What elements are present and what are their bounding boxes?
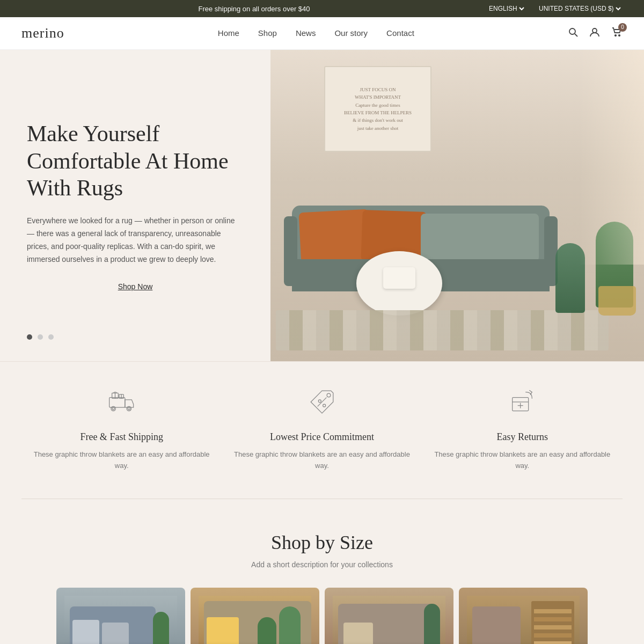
hero-description: Everywhere we looked for a rug — whether…	[27, 215, 244, 266]
shop-now-button[interactable]: Shop Now	[27, 282, 244, 291]
svg-point-7	[112, 407, 114, 409]
feature-returns: Easy Returns These graphic throw blanket…	[432, 389, 612, 472]
svg-point-2	[592, 28, 597, 33]
main-nav: Home Shop News Our story Contact	[218, 28, 414, 38]
medium-rugs-overlay: Medium Rugs 5'x7' to 6'x8'	[191, 641, 319, 644]
top-bar: Free shipping on all orders over $40 ENG…	[0, 0, 644, 17]
hero-text: Make Yourself Comfortable At Home With R…	[0, 50, 270, 361]
header-actions: 0	[568, 26, 623, 41]
carousel-dots	[27, 334, 54, 340]
small-rugs-overlay: Small Rugs 4'X7' and under	[56, 641, 185, 644]
currency-selector[interactable]: UNITED STATES (USD $)	[537, 4, 623, 13]
xlarge-rugs-overlay: X-Large Rugs 9'x12' and up	[459, 641, 588, 644]
svg-point-17	[323, 404, 326, 407]
returns-desc: These graphic throw blankets are an easy…	[432, 449, 612, 472]
hero-heading: Make Yourself Comfortable At Home With R…	[27, 120, 244, 201]
language-selector[interactable]: ENGLISH	[487, 4, 526, 13]
account-icon[interactable]	[589, 27, 600, 40]
top-bar-right: ENGLISH UNITED STATES (USD $)	[487, 4, 623, 13]
carousel-dot-2[interactable]	[38, 334, 43, 340]
logo[interactable]: merino	[21, 25, 64, 41]
nav-home[interactable]: Home	[218, 28, 239, 38]
carousel-dot-3[interactable]	[48, 334, 54, 340]
feature-price: Lowest Price Commitment These graphic th…	[232, 389, 412, 472]
cart-count: 0	[618, 23, 627, 32]
size-card-small[interactable]: Small Rugs 4'X7' and under	[56, 588, 185, 644]
feature-shipping: Free & Fast Shipping These graphic throw…	[32, 389, 212, 472]
features-section: Free & Fast Shipping These graphic throw…	[0, 361, 644, 499]
svg-point-0	[569, 28, 575, 34]
svg-point-9	[128, 407, 130, 409]
svg-line-1	[575, 34, 577, 36]
nav-shop[interactable]: Shop	[258, 28, 277, 38]
nav-contact[interactable]: Contact	[386, 28, 414, 38]
returns-icon	[506, 389, 538, 421]
large-rugs-overlay: Large Rugs 6'x10' to 8'x10'	[325, 641, 453, 644]
shipping-notice: Free shipping on all orders over $40	[21, 5, 487, 13]
svg-point-4	[619, 34, 620, 35]
size-card-large[interactable]: Large Rugs 6'x10' to 8'x10'	[325, 588, 453, 644]
shipping-desc: These graphic throw blankets are an easy…	[32, 449, 212, 472]
size-card-xlarge[interactable]: X-Large Rugs 9'x12' and up	[459, 588, 588, 644]
carousel-dot-1[interactable]	[27, 334, 32, 340]
shop-by-size-heading: Shop by Size	[21, 531, 623, 554]
size-grid: Small Rugs 4'X7' and under Medium Rugs 5…	[21, 588, 623, 644]
svg-point-3	[615, 34, 616, 35]
price-icon	[306, 389, 338, 421]
cart-icon[interactable]: 0	[611, 26, 623, 41]
price-desc: These graphic throw blankets are an easy…	[232, 449, 412, 472]
svg-point-14	[327, 393, 331, 397]
svg-rect-5	[109, 398, 125, 407]
shipping-icon	[106, 389, 138, 421]
size-card-medium[interactable]: Medium Rugs 5'x7' to 6'x8'	[191, 588, 319, 644]
shop-by-size-subtitle: Add a short description for your collect…	[21, 560, 623, 569]
search-icon[interactable]	[568, 27, 579, 40]
shop-by-size-section: Shop by Size Add a short description for…	[0, 499, 644, 644]
svg-point-16	[318, 400, 321, 402]
shipping-title: Free & Fast Shipping	[32, 431, 212, 443]
price-title: Lowest Price Commitment	[232, 431, 412, 443]
nav-news[interactable]: News	[296, 28, 316, 38]
hero-image: JUST FOCUS ONWHAT'S IMPORTANTCapture the…	[270, 50, 644, 361]
returns-title: Easy Returns	[432, 431, 612, 443]
nav-our-story[interactable]: Our story	[334, 28, 368, 38]
hero-section: Make Yourself Comfortable At Home With R…	[0, 50, 644, 361]
header: merino Home Shop News Our story Contact	[0, 17, 644, 50]
